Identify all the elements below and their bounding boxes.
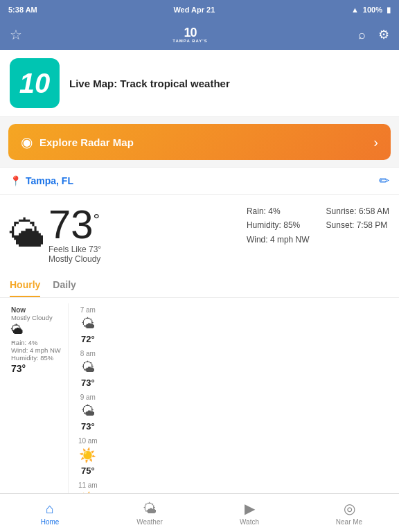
rain-label: Rain: 4% [247,204,310,218]
bottom-tab-bar: ⌂ Home 🌤 Weather ▶ Watch ◎ Near Me [0,493,399,532]
hourly-temp: 75° [81,466,95,476]
weather-tabs: Hourly Daily [0,271,399,298]
weather-condition-icon: 🌥 [10,216,46,252]
hourly-item[interactable]: 7 am 🌤 72° [73,303,103,347]
nav-bar: ☆ 10 TAMPA BAY'S ⌕ ⚙ [0,19,399,50]
now-weather-icon: 🌥 [11,323,61,337]
feels-like: Feels Like 73° [48,245,101,254]
radar-icon: ◉ [21,134,33,150]
channel-logo-nav: 10 TAMPA BAY'S [172,26,207,43]
hourly-temp: 73° [81,421,95,432]
weather-temp-block: 73 ° Feels Like 73° Mostly Cloudy [48,204,101,264]
hourly-item[interactable]: 10 am ☀️ 75° [73,434,103,479]
tab-bar-near-me[interactable]: ◎ Near Me [299,494,399,532]
weather-col-left: Rain: 4% Humidity: 85% Wind: 4 mph NW [247,204,310,247]
location-pin-icon: 📍 [10,175,21,186]
weather-details: Rain: 4% Humidity: 85% Wind: 4 mph NW Su… [247,204,389,247]
hourly-temp: 72° [81,334,95,344]
now-time-label: Now [11,306,61,314]
now-condition: Mostly Cloudy [11,314,61,321]
now-temp: 73° [11,363,61,374]
weather-tab-icon: 🌤 [143,501,157,517]
weather-icon-temp: 🌥 73 ° Feels Like 73° Mostly Cloudy [10,204,101,264]
nav-logo-number: 10 [184,26,196,39]
hourly-time: 8 am [80,350,96,357]
hourly-time: 11 am [78,481,98,489]
temp-display: 73 ° [48,204,101,245]
tab-bar-home[interactable]: ⌂ Home [0,494,100,532]
radar-banner[interactable]: ◉ Explore Radar Map › [8,124,391,160]
watch-icon: ▶ [245,500,255,517]
radar-label: Explore Radar Map [39,136,134,148]
humidity-label: Humidity: 85% [247,218,310,232]
favorite-icon[interactable]: ☆ [10,26,22,43]
tab-bar-near-me-label: Near Me [336,518,362,526]
now-rain: Rain: 4% [11,339,61,346]
tab-bar-weather[interactable]: 🌤 Weather [100,494,200,532]
hourly-item[interactable]: 9 am 🌤 73° [73,391,103,434]
tab-bar-weather-label: Weather [136,518,163,526]
battery-label: 100% [363,6,382,14]
hourly-item[interactable]: 8 am 🌤 73° [73,347,103,391]
logo-number: 10 [19,69,51,97]
nav-icons: ⌕ ⚙ [358,27,389,42]
now-wind: Wind: 4 mph NW [11,346,61,354]
home-icon: ⌂ [46,501,54,517]
tab-bar-home-label: Home [41,518,60,526]
weather-col-right: Sunrise: 6:58 AM Sunset: 7:58 PM [326,204,389,247]
weather-details-cols: Rain: 4% Humidity: 85% Wind: 4 mph NW Su… [247,204,389,247]
radar-arrow-icon: › [373,134,378,150]
hourly-time: 10 am [78,437,98,445]
wind-label: Wind: 4 mph NW [247,233,310,247]
hourly-weather-icon: 🌤 [81,403,95,419]
now-humidity: Humidity: 85% [11,354,61,362]
header-card[interactable]: 10 Live Map: Track tropical weather [0,50,399,117]
header-title: Live Map: Track tropical weather [69,78,230,89]
near-me-icon: ◎ [344,500,355,517]
location-bar: 📍 Tampa, FL ✏ [0,167,399,195]
status-time: 5:38 AM [8,6,37,14]
tab-hourly[interactable]: Hourly [10,275,40,297]
search-icon[interactable]: ⌕ [358,28,366,42]
status-day: Wed Apr 21 [173,6,215,14]
nav-logo-subtext: TAMPA BAY'S [172,39,207,43]
hourly-weather-icon: 🌤 [81,316,95,332]
status-bar: 5:38 AM Wed Apr 21 ▲ 100% ▮ [0,0,399,19]
location-name: Tampa, FL [26,175,73,186]
degree-symbol: ° [94,204,100,229]
battery-icon: ▮ [387,6,391,15]
hourly-weather-icon: 🌤 [81,360,95,375]
weather-main: 🌥 73 ° Feels Like 73° Mostly Cloudy Rain… [0,195,399,271]
hourly-time: 7 am [80,306,96,314]
weather-description: Mostly Cloudy [48,254,101,264]
status-right: ▲ 100% ▮ [351,6,391,15]
settings-icon[interactable]: ⚙ [378,27,389,42]
tab-bar-watch[interactable]: ▶ Watch [200,494,299,532]
tab-daily[interactable]: Daily [53,275,76,297]
wifi-icon: ▲ [351,6,359,14]
channel-logo: 10 [10,58,60,108]
location-edit-icon[interactable]: ✏ [379,173,389,188]
location-left[interactable]: 📍 Tampa, FL [10,175,73,186]
hourly-time: 9 am [80,393,96,401]
tab-bar-watch-label: Watch [240,518,259,526]
radar-banner-left: ◉ Explore Radar Map [21,134,134,150]
hourly-weather-icon: ☀️ [79,447,96,463]
hourly-temp: 73° [81,378,95,388]
sunset-label: Sunset: 7:58 PM [326,218,389,232]
temperature: 73 [48,204,94,245]
sunrise-label: Sunrise: 6:58 AM [326,204,389,218]
